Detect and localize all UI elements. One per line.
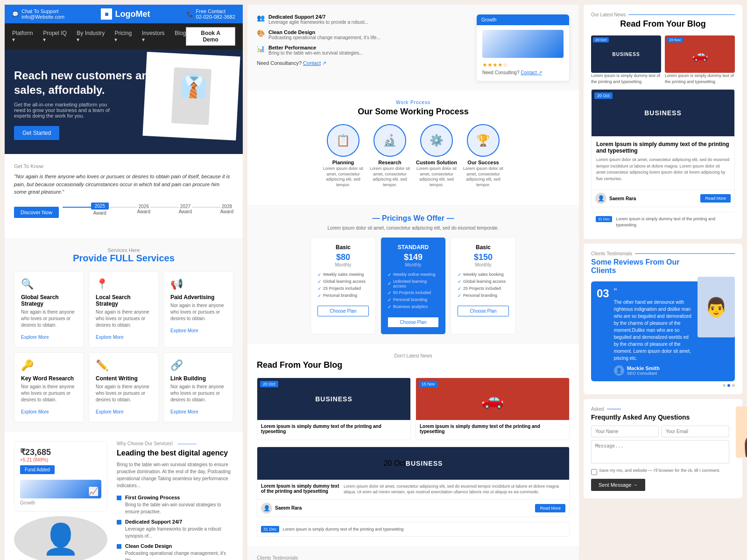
blog-middle-title: Read From Your Blog bbox=[257, 360, 570, 370]
feature-desc-1: Bring to the table win-win survival stra… bbox=[125, 501, 233, 515]
nav-propeliq[interactable]: Propel IQ ▾ bbox=[43, 30, 70, 43]
plan-feature-2-3: 50 Projects included bbox=[388, 289, 439, 296]
nav-links: Platform ▾ Propel IQ ▾ By Industry ▾ Pri… bbox=[12, 30, 186, 43]
blog-author-row: 👤 Saeem Rara Read More bbox=[257, 499, 569, 517]
faq-section: Asked Frequntly Asked Any Questions Save… bbox=[584, 399, 742, 498]
blog-right-main-body: Lorem Ipsum is simply dummy text of the … bbox=[592, 136, 734, 189]
right-column: Our Latest News Read From Your Blog 20 O… bbox=[584, 5, 742, 498]
nav-blog[interactable]: Blog bbox=[175, 30, 186, 43]
timeline-2025: 2025 Award bbox=[91, 203, 109, 216]
left-column: 💬 Chat To Support info@Website.com ■ Log… bbox=[5, 5, 243, 560]
review-dot-2[interactable] bbox=[727, 384, 730, 387]
plan-feature-2-1: Weekly online meeting bbox=[388, 271, 439, 278]
step-circle-4: 🏆 bbox=[467, 124, 500, 157]
feature-growing: First Growing Process Bring to the table… bbox=[117, 495, 233, 515]
blog-dont-label: Don't Latest News bbox=[257, 353, 570, 358]
blog-title-2: Lorem ipsum is simply dummy text of the … bbox=[420, 424, 565, 434]
blog-main-img-label: BUSINESS bbox=[406, 460, 443, 467]
link-icon: 🔗 bbox=[170, 359, 226, 371]
testimonials-label: Clients Testimonials bbox=[257, 555, 570, 560]
blog-main-body-text: Lorem ipsum dolor sit amet, consectetur … bbox=[344, 483, 565, 495]
performance-icon-fi: 📊 bbox=[257, 45, 265, 56]
feature-performance-item: 📊 Better Performance Bring to the table … bbox=[257, 45, 467, 56]
mini-chart bbox=[20, 480, 101, 498]
faq-checkbox[interactable] bbox=[591, 469, 597, 475]
plan-features-2: Weekly online meeting Unlimited learning… bbox=[388, 271, 439, 310]
timeline-line-4 bbox=[192, 207, 220, 208]
pricing-basic-2: Basic $150 Monthly Weekly sales booking … bbox=[451, 237, 516, 335]
service-link-4[interactable]: Explore More bbox=[21, 409, 49, 414]
faq-email-input[interactable] bbox=[662, 426, 729, 437]
service-title-1: Global Search Strategy bbox=[21, 294, 77, 307]
design-icon-fi: 🎨 bbox=[257, 29, 265, 40]
blog-right-grid: 20 Oct BUSINESS Lorem ipsum is simply du… bbox=[591, 35, 735, 84]
review-name: Mackie Smith bbox=[627, 365, 660, 371]
blog-small-img-1: 20 Oct BUSINESS bbox=[591, 35, 661, 73]
middle-contact-link[interactable]: Contact bbox=[303, 60, 321, 66]
read-more-button[interactable]: Read More bbox=[535, 504, 565, 512]
blog-right-read-more[interactable]: Read More bbox=[700, 194, 731, 203]
plan-feature-1-2: Global learning access bbox=[317, 278, 369, 285]
blog-right-author-avatar: 👤 bbox=[595, 193, 606, 204]
services-header: Services Here Provide FULL Services bbox=[14, 247, 233, 264]
service-link-1[interactable]: Explore More bbox=[21, 335, 49, 340]
service-desc-6: Nor again is there anyone who loves or p… bbox=[170, 384, 226, 403]
why-dashboard-widget: ₹23,685 +5.21 (849%) Fund Added Growth 👤 bbox=[14, 441, 107, 560]
blog-side-date: 31 Dec bbox=[596, 216, 612, 222]
review-dot-3[interactable] bbox=[732, 384, 735, 387]
pricing-desc: Lorem ipsum dolor sit amet, consectetur … bbox=[257, 225, 570, 231]
nav-pricing[interactable]: Pricing ▾ bbox=[114, 30, 135, 43]
send-message-button[interactable]: Sent Message → bbox=[591, 479, 645, 491]
our-latest-label: Our Latest News bbox=[591, 12, 735, 17]
search-icon: 🔍 bbox=[21, 278, 77, 290]
faq-image-area: 👩 ? bbox=[736, 406, 747, 491]
blog-img-2: 15 Nov 🚗 bbox=[416, 378, 569, 420]
feature-title-3: Clean Code Design bbox=[125, 543, 233, 549]
step-research: 🔬 Research Lorem ipsum dolor sit amet, c… bbox=[369, 124, 411, 188]
faq-message-textarea[interactable] bbox=[591, 440, 729, 463]
review-person-info: 👤 Mackie Smith SEO Consultant bbox=[614, 365, 693, 376]
process-title: Our Some Working Process bbox=[257, 107, 570, 117]
step-circle-3: ⚙️ bbox=[420, 124, 453, 157]
review-dot-1[interactable] bbox=[723, 384, 726, 387]
blog-small-label-1: BUSINESS bbox=[612, 52, 640, 57]
service-link-2[interactable]: Explore More bbox=[96, 335, 123, 340]
fund-added-button[interactable]: Fund Added bbox=[20, 465, 55, 474]
service-link-6[interactable]: Explore More bbox=[170, 409, 198, 414]
discover-now-button[interactable]: Discover Now bbox=[14, 207, 59, 218]
blog-main-body: Lorem Ipsum is simply dummy text of the … bbox=[257, 480, 569, 499]
choose-plan-2[interactable]: Choose Plan bbox=[388, 317, 439, 328]
blog-right-title: Read From Your Blog bbox=[591, 19, 735, 29]
blog-date-2: 15 Nov bbox=[419, 381, 438, 387]
blog-full-img: 20 Oct BUSINESS bbox=[257, 447, 569, 480]
card-contact-link[interactable]: Contact ↗ bbox=[521, 70, 542, 75]
choose-plan-1[interactable]: Choose Plan bbox=[317, 306, 369, 316]
nav-platform[interactable]: Platform ▾ bbox=[12, 30, 36, 43]
service-link-3[interactable]: Explore More bbox=[170, 328, 198, 333]
get-started-button[interactable]: Get Started bbox=[14, 126, 59, 140]
service-title-6: Link Building bbox=[170, 375, 226, 382]
middle-consult-link: Need Consultancy? Contact ↗ bbox=[257, 60, 467, 66]
review-text: The other hand we denounce with righteou… bbox=[614, 299, 693, 362]
service-desc-4: Nor again is there anyone who loves or p… bbox=[21, 384, 77, 403]
pricing-standard: STANDARD $149 Monthly Weekly online meet… bbox=[381, 237, 446, 335]
step-title-4: Our Success bbox=[462, 160, 504, 165]
service-link-5[interactable]: Explore More bbox=[96, 409, 123, 414]
blog-middle-section: Don't Latest News Read From Your Blog 20… bbox=[247, 344, 579, 546]
faq-checkbox-label: Save my mo, and website — I'll browser f… bbox=[599, 468, 720, 473]
book-demo-button[interactable]: Book A Demo bbox=[186, 27, 235, 46]
plan-feature-2-5: Business analytics bbox=[388, 303, 439, 310]
card-chart bbox=[482, 30, 564, 58]
quote-icon: " bbox=[614, 287, 693, 297]
service-content: ✏️ Content Writing Nor again is there an… bbox=[89, 352, 159, 422]
faq-name-input[interactable] bbox=[591, 426, 659, 437]
nav-industry[interactable]: By Industry ▾ bbox=[77, 30, 108, 43]
chart-label: Growth bbox=[20, 500, 101, 505]
support-info: 💬 Chat To Support info@Website.com bbox=[12, 8, 64, 20]
step-desc-1: Lorem ipsum dolor sit amet, consectetur … bbox=[322, 166, 364, 188]
feature-support: Dedicated Support 24/7 Leverage agile fr… bbox=[117, 519, 233, 539]
choose-plan-3[interactable]: Choose Plan bbox=[458, 306, 509, 316]
stars-rating: ★★★★☆ bbox=[482, 62, 564, 68]
nav-investors[interactable]: Investors ▾ bbox=[142, 30, 168, 43]
service-desc-5: Nor again is there anyone who loves or p… bbox=[96, 384, 152, 403]
